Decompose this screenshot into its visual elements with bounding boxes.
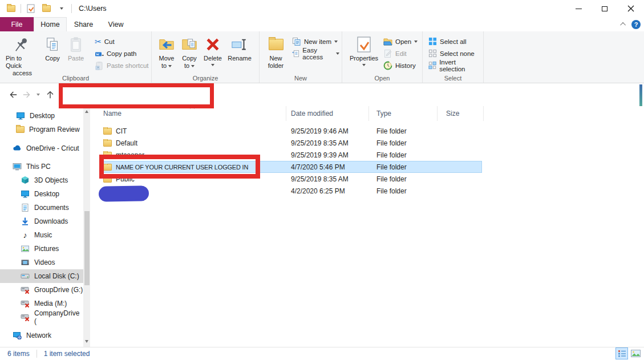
qat-new-folder-button[interactable]	[40, 3, 52, 14]
forward-button[interactable]	[21, 88, 34, 102]
sidebar-item-pictures[interactable]: Pictures	[0, 242, 83, 256]
sidebar-item-companydrive[interactable]: CompanyDrive (	[0, 310, 83, 324]
file-date: 4/2/2020 6:25 PM	[291, 187, 376, 195]
cut-button[interactable]: ✂ Cut	[92, 35, 151, 47]
copy-icon	[44, 36, 61, 53]
properties-check-icon	[27, 4, 35, 13]
file-type: File folder	[376, 127, 439, 135]
back-button[interactable]	[6, 88, 19, 102]
paste-shortcut-button[interactable]: Paste shortcut	[92, 59, 151, 71]
sidebar-item-desktop-pc[interactable]: Desktop	[0, 187, 83, 201]
details-view-button[interactable]	[615, 347, 628, 359]
chevron-up-icon	[620, 22, 626, 28]
qat-folder-button[interactable]	[5, 3, 17, 14]
large-icons-view-button[interactable]	[629, 347, 642, 359]
scroll-up-button[interactable]	[83, 107, 90, 116]
file-type: File folder	[376, 163, 439, 171]
pin-icon	[14, 36, 31, 53]
sidebar-item-media-m[interactable]: Media (M:)	[0, 297, 83, 310]
dropdown-caret	[334, 41, 338, 43]
copy-path-icon	[95, 49, 104, 58]
sidebar-item-onedrive[interactable]: OneDrive - Cricut	[0, 141, 83, 155]
copy-to-button[interactable]: Copyto	[178, 33, 201, 71]
invert-selection-button[interactable]: Invert selection	[426, 59, 483, 71]
3d-objects-icon	[21, 176, 30, 185]
copy-button[interactable]: Copy	[41, 33, 64, 63]
invert-selection-icon	[428, 61, 436, 70]
file-type: File folder	[376, 175, 439, 183]
ribbon-group-organize: Moveto Copyto Delete Rename Organize	[152, 31, 260, 83]
minimize-ribbon-button[interactable]	[622, 22, 626, 26]
sidebar-item-groupdrive-g[interactable]: GroupDrive (G:)	[0, 283, 83, 297]
help-button[interactable]	[631, 20, 641, 29]
sidebar-item-videos[interactable]: Videos	[0, 256, 83, 269]
delete-button[interactable]: Delete	[201, 33, 225, 67]
tab-home[interactable]: Home	[34, 17, 67, 31]
scrollbar-thumb[interactable]	[84, 211, 90, 285]
up-button[interactable]	[43, 88, 57, 102]
sidebar-item-label: GroupDrive (G:)	[34, 286, 83, 294]
paste-shortcut-icon	[95, 61, 104, 70]
move-to-button[interactable]: Moveto	[155, 33, 178, 71]
cut-icon: ✂	[95, 38, 102, 46]
pin-to-quick-access-button[interactable]: Pin to Quickaccess	[3, 33, 41, 78]
tab-view[interactable]: View	[100, 17, 131, 31]
tab-share[interactable]: Share	[67, 17, 100, 31]
sidebar-item-music[interactable]: ♪ Music	[0, 228, 83, 242]
edit-button[interactable]: Edit	[381, 47, 420, 59]
onedrive-icon	[13, 144, 22, 153]
file-name: Default	[116, 139, 137, 147]
column-header-date-modified[interactable]: Date modified	[286, 106, 369, 121]
desktop-icon	[16, 111, 25, 120]
new-item-button[interactable]: New item	[290, 35, 342, 47]
network-drive-icon	[21, 313, 30, 322]
ribbon-group-open: Properties Open Edit History Open	[342, 31, 423, 83]
sidebar-item-label: Program Review	[29, 126, 80, 134]
file-row-cit[interactable]: CIT 9/25/2019 9:46 AM File folder	[100, 125, 482, 137]
sidebar-item-network[interactable]: Network	[0, 329, 83, 342]
qat-customize-button[interactable]	[56, 3, 67, 14]
file-date: 4/7/2020 5:46 PM	[291, 163, 376, 171]
sidebar-item-local-disk-c[interactable]: Local Disk (C:)	[0, 269, 83, 283]
recent-locations-button[interactable]	[34, 88, 42, 102]
sidebar-item-label: Network	[26, 331, 51, 339]
folder-icon	[42, 5, 51, 12]
copy-to-label: Copy	[182, 55, 197, 62]
sidebar-item-label: Music	[34, 231, 52, 239]
sidebar-scrollbar[interactable]	[83, 106, 90, 347]
easy-access-button[interactable]: Easy access	[290, 47, 342, 59]
select-none-button[interactable]: Select none	[426, 47, 483, 59]
dropdown-caret	[414, 41, 418, 43]
properties-button[interactable]: Properties	[348, 33, 380, 67]
file-row-default[interactable]: Default 9/25/2019 8:35 AM File folder	[100, 137, 482, 149]
column-header-type[interactable]: Type	[369, 106, 438, 121]
copy-path-button[interactable]: Copy path	[92, 47, 151, 59]
qat-properties-button[interactable]	[25, 3, 37, 14]
minimize-button[interactable]	[565, 0, 592, 17]
local-disk-icon	[21, 272, 30, 281]
select-all-button[interactable]: Select all	[426, 35, 483, 47]
maximize-button[interactable]	[592, 0, 618, 17]
scroll-down-button[interactable]	[83, 337, 90, 346]
sidebar-item-program-review[interactable]: Program Review	[0, 123, 83, 136]
sidebar-item-desktop[interactable]: Desktop	[0, 109, 83, 123]
history-button[interactable]: History	[381, 59, 420, 71]
column-header-size[interactable]: Size	[438, 106, 484, 121]
sidebar-item-downloads[interactable]: Downloads	[0, 215, 83, 228]
sidebar-item-documents[interactable]: Documents	[0, 201, 83, 215]
back-icon	[7, 90, 18, 100]
sidebar-item-this-pc[interactable]: This PC	[0, 160, 83, 173]
sidebar-item-3d-objects[interactable]: 3D Objects	[0, 173, 83, 187]
file-row-hidden-name[interactable]: 4/2/2020 6:25 PM File folder	[100, 185, 482, 197]
paste-button[interactable]: Paste	[64, 33, 88, 63]
open-button[interactable]: Open	[381, 35, 420, 47]
invert-selection-label: Invert selection	[439, 59, 481, 72]
rename-button[interactable]: Rename	[225, 33, 254, 63]
close-button[interactable]	[618, 0, 644, 17]
delete-icon	[205, 37, 221, 52]
copy-to-label2: to	[184, 62, 189, 70]
new-folder-button[interactable]: Newfolder	[264, 33, 287, 71]
chevron-down-icon	[60, 7, 63, 10]
tab-file[interactable]: File	[0, 17, 34, 31]
edit-label: Edit	[395, 50, 407, 57]
